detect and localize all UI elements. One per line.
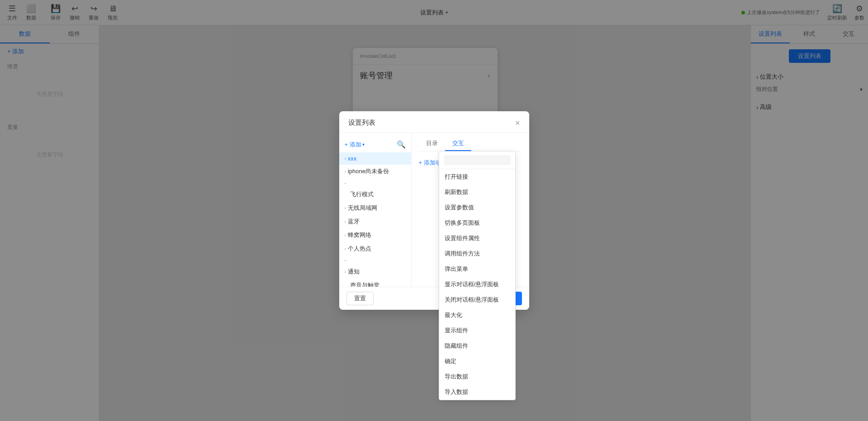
- modal-tab-interaction[interactable]: 交互: [445, 137, 471, 151]
- action-maximize[interactable]: 最大化: [439, 307, 515, 323]
- dropdown-search-area: [439, 151, 515, 169]
- tree-item-iphone[interactable]: › iphone尚未备份: [339, 165, 411, 178]
- tree-chevron-notif-icon: ›: [345, 270, 346, 274]
- tree-separator-2: -: [339, 255, 411, 265]
- tree-chevron-wifi-icon: ›: [345, 206, 346, 211]
- action-confirm[interactable]: 确定: [439, 354, 515, 369]
- tree-chevron-hot-icon: ›: [345, 246, 346, 251]
- tree-chevron-iphone-icon: ›: [345, 169, 346, 174]
- modal-body: + 添加 ▾ 🔍 › xxx › iphone尚未备份 - 飞行模式 ›: [339, 133, 529, 287]
- modal-toolbar: + 添加 ▾ 🔍: [339, 137, 411, 152]
- tree-chevron-bt-icon: ›: [345, 219, 346, 224]
- modal-dialog: 设置列表 × + 添加 ▾ 🔍 › xxx ›: [339, 111, 529, 310]
- tree-separator-1: -: [339, 178, 411, 188]
- action-dropdown-popup: 打开链接 刷新数据 设置参数值 切换多页面板 设置组件属性 调用组件方法 弹出菜…: [439, 151, 516, 400]
- tree-item-hotspot[interactable]: › 个人热点: [339, 242, 411, 255]
- add-dropdown-icon: ▾: [362, 142, 365, 147]
- modal-add-button[interactable]: + 添加 ▾: [345, 141, 365, 149]
- modal-header: 设置列表 ×: [339, 111, 529, 133]
- action-import-data[interactable]: 导入数据: [439, 384, 515, 400]
- modal-title: 设置列表: [348, 118, 375, 127]
- modal-close-button[interactable]: ×: [515, 119, 520, 127]
- action-set-param[interactable]: 设置参数值: [439, 200, 515, 215]
- modal-search-icon[interactable]: 🔍: [397, 140, 406, 149]
- tree-item-cellular[interactable]: › 蜂窝网络: [339, 228, 411, 242]
- reset-button[interactable]: 置置: [346, 292, 374, 305]
- action-popup-menu[interactable]: 弹出菜单: [439, 261, 515, 277]
- action-show-component[interactable]: 显示组件: [439, 323, 515, 338]
- action-show-dialog[interactable]: 显示对话框/悬浮面板: [439, 277, 515, 292]
- modal-right-panel: 目录 交互 + 添加动作 打开链接 刷新数据 设置参数值 切换多页面板 设置组件…: [412, 133, 529, 287]
- tree-chevron-icon: ›: [345, 156, 346, 161]
- action-close-dialog[interactable]: 关闭对话框/悬浮面板: [439, 292, 515, 307]
- tree-item-flight[interactable]: 飞行模式: [339, 188, 411, 201]
- tree-item-xxx[interactable]: › xxx: [339, 152, 411, 165]
- dropdown-search-input[interactable]: [444, 155, 511, 165]
- modal-tree-panel: + 添加 ▾ 🔍 › xxx › iphone尚未备份 - 飞行模式 ›: [339, 133, 412, 287]
- action-open-link[interactable]: 打开链接: [439, 169, 515, 184]
- modal-tab-directory[interactable]: 目录: [419, 137, 445, 151]
- modal-overlay[interactable]: 设置列表 × + 添加 ▾ 🔍 › xxx ›: [0, 0, 868, 421]
- modal-tabs: 目录 交互: [419, 137, 522, 151]
- action-refresh-data[interactable]: 刷新数据: [439, 184, 515, 200]
- action-export-data[interactable]: 导出数据: [439, 369, 515, 384]
- tree-item-sound[interactable]: 声音与触觉: [339, 279, 411, 287]
- action-switch-panel[interactable]: 切换多页面板: [439, 215, 515, 231]
- action-call-method[interactable]: 调用组件方法: [439, 246, 515, 261]
- action-set-component-prop[interactable]: 设置组件属性: [439, 231, 515, 246]
- action-hide-component[interactable]: 隐藏组件: [439, 338, 515, 354]
- tree-chevron-cell-icon: ›: [345, 233, 346, 238]
- tree-item-bluetooth[interactable]: › 蓝牙: [339, 215, 411, 228]
- tree-item-wifi[interactable]: › 无线局域网: [339, 201, 411, 215]
- tree-item-notification[interactable]: › 通知: [339, 265, 411, 279]
